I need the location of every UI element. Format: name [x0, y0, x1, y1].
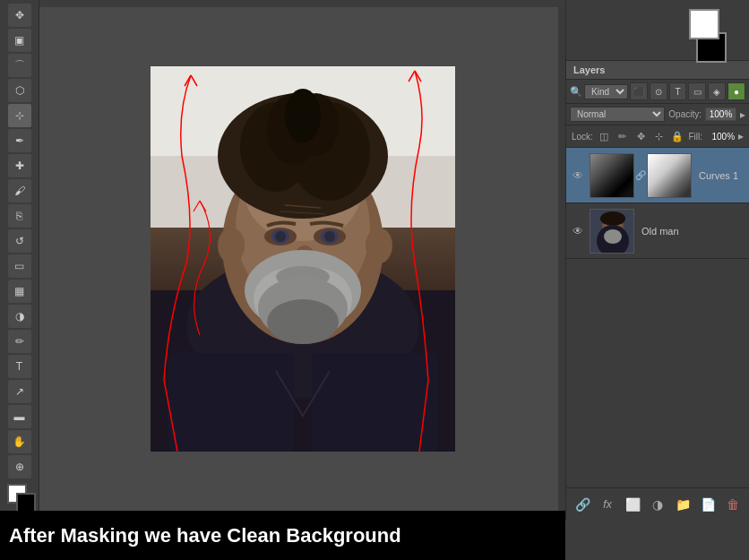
- layer-row[interactable]: 👁 Old man: [566, 203, 749, 259]
- lock-all-btn[interactable]: 🔒: [670, 128, 685, 144]
- blend-mode-select[interactable]: Normal: [570, 107, 665, 122]
- add-adjustment-btn[interactable]: ◑: [648, 495, 667, 514]
- layer-link-btn[interactable]: 🔗: [573, 495, 592, 514]
- lock-artboard-btn[interactable]: ⊹: [651, 128, 667, 144]
- fill-label: Fill:: [688, 132, 702, 142]
- gradient-tool[interactable]: ▦: [8, 280, 31, 303]
- svg-point-25: [267, 299, 339, 344]
- layers-list: 👁 🔗 Curves 1 👁: [566, 148, 749, 259]
- opacity-label: Opacity:: [668, 109, 702, 119]
- svg-point-28: [218, 228, 245, 263]
- curves-layer-name: Curves 1: [695, 170, 745, 181]
- lock-transparency-btn[interactable]: ◫: [597, 128, 612, 144]
- portrait-photo: [151, 66, 455, 452]
- svg-point-29: [366, 228, 392, 263]
- text-tool[interactable]: T: [8, 355, 31, 378]
- blend-opacity-row: Normal Opacity: 100% ▸: [566, 104, 749, 125]
- layer-visibility-curves[interactable]: 👁: [570, 168, 586, 184]
- layers-panel: Layers 🔍 Kind ⬛ ⊙ T ▭ ◈ ● Normal Opacity…: [566, 61, 749, 520]
- layer-filter-shape[interactable]: ▭: [688, 82, 706, 100]
- portrait-svg: [151, 66, 455, 452]
- healing-tool[interactable]: ✚: [8, 154, 31, 177]
- new-group-btn[interactable]: 📁: [673, 495, 693, 514]
- clone-tool[interactable]: ⎘: [8, 204, 31, 228]
- eraser-tool[interactable]: ▭: [8, 254, 31, 278]
- dodge-tool[interactable]: ◑: [8, 305, 31, 328]
- svg-point-12: [285, 89, 321, 142]
- lock-position-btn[interactable]: ✥: [633, 128, 649, 144]
- svg-rect-31: [312, 353, 437, 452]
- left-toolbar: ✥ ▣ ⌒ ⬡ ⊹ ✒ ✚ 🖌 ⎘ ↺ ▭ ▦ ◑ ✏ T ↗ ▬ ✋ ⊕: [0, 0, 39, 520]
- layers-kind-select[interactable]: Kind: [584, 84, 628, 99]
- layer-filter-type[interactable]: T: [669, 82, 687, 100]
- add-mask-btn[interactable]: ⬜: [623, 495, 642, 514]
- pen-tool[interactable]: ✏: [8, 330, 31, 353]
- delete-layer-btn[interactable]: 🗑: [723, 495, 743, 514]
- lock-label: Lock:: [572, 132, 593, 142]
- oldman-layer-thumbnail: [590, 209, 634, 254]
- hand-tool[interactable]: ✋: [8, 430, 31, 453]
- search-icon: 🔍: [570, 86, 582, 98]
- canvas-area: [39, 7, 565, 511]
- shape-tool[interactable]: ▬: [8, 405, 31, 428]
- history-brush-tool[interactable]: ↺: [8, 229, 31, 253]
- curves-content-thumbnail: [647, 153, 692, 198]
- eyedropper-tool[interactable]: ✒: [8, 129, 31, 152]
- fill-value[interactable]: 100%: [706, 132, 735, 142]
- lasso-tool[interactable]: ⌒: [8, 54, 31, 77]
- color-area: [566, 0, 749, 61]
- layer-filter-pixel[interactable]: ⬛: [630, 82, 648, 100]
- background-color[interactable]: [16, 493, 36, 513]
- svg-point-37: [604, 229, 622, 244]
- path-select-tool[interactable]: ↗: [8, 380, 31, 403]
- lock-row: Lock: ◫ ✏ ✥ ⊹ 🔒 Fill: 100% ▸: [566, 125, 749, 148]
- curves-mask-thumbnail: [590, 153, 634, 198]
- layers-title: Layers: [573, 65, 605, 75]
- new-layer-btn[interactable]: 📄: [698, 495, 718, 514]
- foreground-swatch[interactable]: [689, 9, 719, 39]
- layer-filter-smart[interactable]: ◈: [708, 82, 726, 100]
- oldman-layer-name: Old man: [638, 226, 745, 237]
- fill-arrow[interactable]: ▸: [738, 130, 744, 142]
- layer-chain-link[interactable]: 🔗: [634, 168, 647, 184]
- layer-filter-adjustment[interactable]: ⊙: [650, 82, 667, 100]
- layers-panel-header: Layers: [566, 61, 749, 80]
- layer-fx-btn[interactable]: fx: [598, 495, 617, 514]
- layers-bottom-bar: 🔗 fx ⬜ ◑ 📁 📄 🗑: [566, 487, 749, 520]
- svg-point-15: [275, 231, 286, 242]
- layer-visibility-oldman[interactable]: 👁: [570, 223, 586, 239]
- opacity-value[interactable]: 100%: [705, 108, 736, 121]
- svg-point-35: [600, 211, 625, 226]
- move-tool[interactable]: ✥: [8, 4, 31, 27]
- quick-select-tool[interactable]: ⬡: [8, 79, 31, 102]
- marquee-rect-tool[interactable]: ▣: [8, 29, 31, 52]
- layer-row[interactable]: 👁 🔗 Curves 1: [566, 148, 749, 203]
- opacity-arrow[interactable]: ▸: [740, 108, 745, 121]
- svg-point-18: [324, 231, 335, 242]
- brush-tool[interactable]: 🖌: [8, 179, 31, 202]
- photo-container: [151, 66, 455, 452]
- layers-filter-row: 🔍 Kind ⬛ ⊙ T ▭ ◈ ●: [566, 80, 749, 104]
- layer-filter-toggle[interactable]: ●: [727, 82, 745, 100]
- crop-tool[interactable]: ⊹: [8, 104, 31, 127]
- lock-image-btn[interactable]: ✏: [615, 128, 630, 144]
- caption-bar: After Masking we have Clean Background: [0, 511, 565, 560]
- caption-text: After Masking we have Clean Background: [9, 524, 401, 547]
- canvas-scrollbar[interactable]: [558, 7, 565, 511]
- zoom-tool[interactable]: ⊕: [8, 455, 31, 478]
- svg-rect-30: [168, 353, 294, 452]
- right-panel: Layers 🔍 Kind ⬛ ⊙ T ▭ ◈ ● Normal Opacity…: [565, 0, 749, 520]
